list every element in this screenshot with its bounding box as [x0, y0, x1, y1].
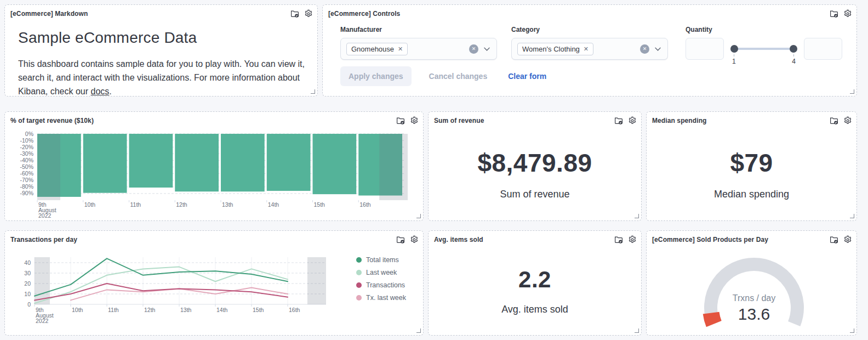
svg-text:12th: 12th [144, 307, 156, 313]
folder-check-icon[interactable] [830, 116, 838, 125]
manufacturer-label: Manufacturer [340, 26, 497, 33]
controls-buttons: Apply changes Cancel changes Clear form [340, 66, 550, 86]
quantity-range-slider[interactable]: 1 4 [730, 41, 797, 70]
svg-text:30: 30 [24, 270, 31, 276]
gear-icon[interactable] [304, 9, 313, 18]
gear-icon[interactable] [628, 235, 637, 244]
folder-check-icon[interactable] [614, 116, 623, 125]
slider-handle-max[interactable] [790, 45, 797, 53]
gear-icon[interactable] [410, 116, 419, 125]
panel-header: Avg. items sold [429, 231, 641, 246]
category-combobox[interactable]: Women's Clothing ✕ ✕ [511, 38, 668, 60]
target-revenue-bar-chart[interactable]: 0%-10%-20%-30%-40%-50%-60%-70%-80%-90%9t… [7, 127, 421, 220]
resize-handle[interactable] [850, 214, 854, 218]
resize-handle[interactable] [416, 214, 421, 218]
svg-text:-30%: -30% [20, 150, 33, 157]
legend-dot [356, 295, 362, 301]
panel-actions [830, 235, 852, 244]
quantity-label: Quantity [686, 26, 842, 33]
resize-handle[interactable] [850, 328, 854, 333]
legend-label: Total items [366, 256, 399, 264]
panel-actions [614, 235, 637, 244]
resize-handle[interactable] [635, 328, 639, 333]
panel-header: [eCommerce] Markdown [5, 5, 317, 20]
markdown-heading: Sample eCommerce Data [18, 29, 306, 47]
folder-check-icon[interactable] [396, 235, 405, 244]
svg-text:11th: 11th [130, 201, 141, 208]
sold-products-gauge[interactable]: Trxns / day13.6 [649, 246, 854, 335]
gear-icon[interactable] [628, 116, 637, 125]
docs-link[interactable]: docs [91, 87, 110, 96]
panel-actions [396, 235, 419, 244]
clear-form-button[interactable]: Clear form [505, 71, 550, 81]
cancel-changes-button[interactable]: Cancel changes [426, 71, 491, 81]
folder-check-icon[interactable] [830, 9, 838, 18]
apply-changes-button[interactable]: Apply changes [340, 66, 412, 86]
svg-text:2022: 2022 [36, 318, 49, 324]
svg-text:-10%: -10% [20, 137, 33, 144]
panel-title[interactable]: % of target revenue ($10k) [10, 117, 94, 124]
cross-circle-icon[interactable]: ✕ [469, 44, 478, 54]
slider-tick [734, 54, 734, 56]
metric-value: $8,479.89 [477, 148, 592, 178]
legend-dot [356, 282, 362, 288]
metric-display: $8,479.89 Sum of revenue [429, 127, 641, 220]
category-selected-value: Women's Clothing [522, 45, 580, 53]
quantity-min-input[interactable] [686, 38, 724, 60]
svg-text:2022: 2022 [38, 212, 52, 219]
slider-max-label: 4 [792, 58, 796, 65]
folder-check-icon[interactable] [614, 235, 623, 244]
resize-handle[interactable] [635, 214, 639, 218]
panel-title[interactable]: [eCommerce] Markdown [10, 10, 88, 18]
gear-icon[interactable] [410, 235, 419, 244]
metric-display: $79 Median spending [647, 127, 856, 220]
markdown-paragraph: This dashboard contains sample data for … [18, 58, 306, 98]
legend-label: Tx. last week [366, 294, 406, 302]
panel-title[interactable]: [eCommerce] Sold Products per Day [652, 236, 768, 243]
metric-display: 2.2 Avg. items sold [429, 246, 641, 335]
svg-text:14th: 14th [216, 307, 228, 313]
resize-handle[interactable] [416, 328, 421, 333]
gear-icon[interactable] [843, 116, 852, 125]
legend-item[interactable]: Transactions [356, 281, 406, 289]
metric-value: 2.2 [518, 267, 551, 293]
folder-check-icon[interactable] [396, 116, 405, 125]
gear-icon[interactable] [843, 235, 852, 244]
legend-label: Last week [366, 269, 397, 276]
metric-label: Sum of revenue [500, 189, 569, 200]
panel-title[interactable]: [eCommerce] Controls [328, 10, 400, 18]
quantity-max-input[interactable] [804, 38, 842, 60]
slider-track[interactable] [730, 48, 797, 50]
panel-title[interactable]: Sum of revenue [434, 117, 484, 124]
markdown-text-suffix: . [109, 87, 111, 96]
resize-handle[interactable] [311, 89, 315, 94]
controls-panel: [eCommerce] Controls Manufacturer Gnomeh… [322, 4, 857, 97]
cross-icon[interactable]: ✕ [398, 46, 403, 52]
slider-handle-min[interactable] [730, 45, 738, 53]
folder-check-icon[interactable] [830, 235, 838, 244]
panel-actions [614, 116, 637, 125]
legend-item[interactable]: Total items [356, 256, 406, 264]
cross-icon[interactable]: ✕ [584, 46, 589, 52]
chevron-down-icon[interactable] [483, 45, 491, 53]
legend-item[interactable]: Last week [356, 269, 406, 276]
folder-check-icon[interactable] [290, 9, 299, 18]
category-control: Category Women's Clothing ✕ ✕ [511, 26, 668, 70]
cross-circle-icon[interactable]: ✕ [640, 44, 649, 54]
legend-item[interactable]: Tx. last week [356, 294, 406, 302]
panel-title[interactable]: Transactions per day [10, 236, 77, 243]
panel-header: % of target revenue ($10k) [5, 112, 423, 127]
manufacturer-combobox[interactable]: Gnomehouse ✕ ✕ [340, 38, 497, 60]
manufacturer-control: Manufacturer Gnomehouse ✕ ✕ [340, 26, 497, 70]
resize-handle[interactable] [850, 89, 854, 94]
chevron-down-icon[interactable] [654, 45, 662, 53]
sum-revenue-panel: Sum of revenue $8,479.89 Sum of revenue [428, 111, 642, 221]
svg-text:40: 40 [24, 259, 31, 266]
gear-icon[interactable] [843, 9, 852, 18]
manufacturer-selected-pill[interactable]: Gnomehouse ✕ [346, 43, 408, 55]
svg-text:15th: 15th [314, 201, 326, 208]
category-selected-pill[interactable]: Women's Clothing ✕ [517, 43, 593, 55]
panel-title[interactable]: Median spending [652, 117, 707, 124]
panel-header: Median spending [647, 112, 856, 127]
panel-title[interactable]: Avg. items sold [434, 236, 483, 243]
